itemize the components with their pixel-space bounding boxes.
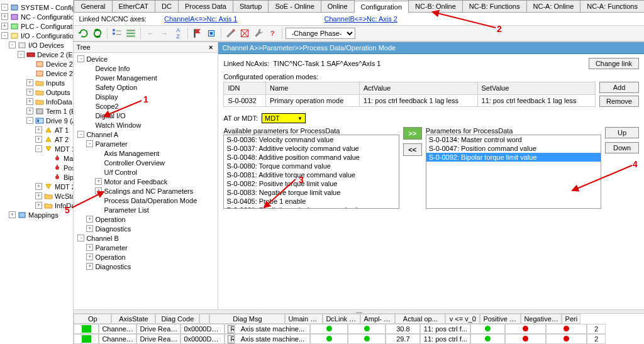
tree-item[interactable]: +PLC - Configuration <box>0 21 73 31</box>
list-item[interactable]: S-0-0036: Velocity command value <box>224 135 398 144</box>
chip-icon[interactable] <box>205 27 218 40</box>
expand-icon[interactable]: - <box>26 117 33 124</box>
expand-icon[interactable]: + <box>35 126 42 133</box>
tab-nc-b-functions[interactable]: NC-B: Functions <box>462 0 527 12</box>
tab-nc-b-online[interactable]: NC-B: Online <box>408 0 463 12</box>
config-tree-item[interactable]: Device Info <box>75 64 216 73</box>
tab-startup[interactable]: Startup <box>233 0 269 12</box>
expand-icon[interactable]: + <box>95 178 102 185</box>
expand-icon[interactable] <box>95 150 102 157</box>
config-tree-item[interactable]: Safety Option <box>75 82 216 92</box>
tab-dc[interactable]: DC <box>155 0 179 12</box>
tree-item[interactable]: Device 2-Image-Info <box>0 69 73 78</box>
tree-item[interactable]: Position command value <box>0 163 73 172</box>
expand-icon[interactable]: + <box>26 98 33 105</box>
config-tree-item[interactable]: -Parameter <box>75 139 216 148</box>
available-parameters-list[interactable]: S-0-0036: Velocity command valueS-0-0037… <box>223 135 399 209</box>
add-button[interactable]: Add <box>599 82 639 93</box>
tab-process-data[interactable]: Process Data <box>178 0 233 12</box>
chosen-parameters-list[interactable]: S-0-0134: Master control wordS-0-0047: P… <box>426 135 601 209</box>
config-tree-item[interactable]: +Motor and Feedback <box>75 177 216 186</box>
tab-nc-a-online[interactable]: NC-A: Online <box>526 0 581 12</box>
tree-item[interactable]: +WcState <box>0 191 73 201</box>
expand-icon[interactable] <box>95 169 102 175</box>
tree-item[interactable]: -SYSTEM - Configuration <box>0 3 73 12</box>
expand-icon[interactable]: - <box>77 131 84 138</box>
expand-icon[interactable] <box>86 74 93 81</box>
tab-ethercat[interactable]: EtherCAT <box>112 0 155 12</box>
expand-icon[interactable] <box>86 112 93 119</box>
list-view-icon[interactable] <box>125 27 137 40</box>
tree-item[interactable]: -MDT 1 <box>0 144 73 153</box>
expand-icon[interactable]: - <box>9 42 16 48</box>
config-tree-item[interactable]: Parameter List <box>75 205 216 214</box>
expand-icon[interactable] <box>44 164 51 171</box>
wrench-icon[interactable] <box>252 27 265 40</box>
config-tree-item[interactable]: Scope2 <box>75 101 216 111</box>
config-tree-item[interactable]: +Scalings and NC Parameters <box>75 186 216 196</box>
config-tree-item[interactable]: Display <box>75 92 216 101</box>
tree-item[interactable]: +Inputs <box>0 78 73 87</box>
tree-item[interactable]: +InfoData <box>0 97 73 106</box>
tab-general[interactable]: General <box>74 0 112 12</box>
expand-icon[interactable]: + <box>86 253 93 260</box>
expand-icon[interactable]: - <box>18 51 25 58</box>
list-item[interactable]: S-0-0082: Positive torque limit value <box>224 179 398 188</box>
back-icon[interactable]: ← <box>144 27 157 40</box>
expand-icon[interactable]: + <box>1 13 8 20</box>
tree-item[interactable]: Master control word <box>0 153 73 163</box>
list-item[interactable]: S-0-0080: Torque command value <box>224 162 398 170</box>
expand-icon[interactable] <box>86 103 93 109</box>
tree-item[interactable]: Device 2-Image <box>0 59 73 69</box>
refresh-icon[interactable] <box>77 27 90 40</box>
link-channel-b[interactable]: ChannelB<=>Nc: Axis 2 <box>324 15 397 23</box>
tab-configuration[interactable]: Configuration <box>354 1 409 13</box>
add-param-button[interactable]: >> <box>403 127 422 140</box>
config-tree-item[interactable]: Power Management <box>75 73 216 82</box>
config-tree-item[interactable]: +Operation <box>75 214 216 224</box>
config-tree-item[interactable]: U/f Control <box>75 167 216 177</box>
config-tree-item[interactable]: +Parameter <box>75 243 216 252</box>
config-tree-item[interactable]: -Channel A <box>75 130 216 139</box>
expand-icon[interactable]: + <box>35 192 42 199</box>
expand-icon[interactable]: + <box>86 263 93 270</box>
expand-icon[interactable] <box>44 155 51 162</box>
config-tree-item[interactable]: Process Data/Operation Mode <box>75 196 216 205</box>
config-tree-item[interactable]: -Channel B <box>75 233 216 243</box>
expand-icon[interactable] <box>26 70 33 77</box>
expand-icon[interactable]: + <box>26 89 33 96</box>
expand-icon[interactable]: - <box>86 140 93 147</box>
config-tree-item[interactable]: Axis Management <box>75 148 216 158</box>
tree-item[interactable]: +Term 1 (EK1100) <box>0 106 73 116</box>
tree-item[interactable]: -Drive 9 (AX5203-0000-0203) <box>0 116 73 125</box>
list-item[interactable]: S-0-0405: Probe 1 enable <box>224 197 398 206</box>
list-item[interactable]: S-0-0134: Master control word <box>426 135 601 144</box>
up-button[interactable]: Up <box>605 127 639 138</box>
tool1-icon[interactable] <box>225 27 237 40</box>
expand-icon[interactable]: - <box>77 235 84 241</box>
expand-icon[interactable]: + <box>26 79 33 86</box>
list-item[interactable]: S-0-0081: Additive torque command value <box>224 170 398 179</box>
remove-param-button[interactable]: << <box>403 143 422 156</box>
phase-select[interactable]: -Change Phase- <box>286 28 355 39</box>
reset-button[interactable]: R <box>228 335 235 343</box>
tree-view-icon[interactable] <box>111 27 123 40</box>
tab-online[interactable]: Online <box>321 0 355 12</box>
list-item[interactable]: S-0-0092: Bipolar torque limit value <box>426 153 601 162</box>
expand-icon[interactable] <box>95 197 102 204</box>
expand-icon[interactable]: + <box>35 183 42 190</box>
config-tree-item[interactable]: -Device <box>75 54 216 64</box>
expand-icon[interactable] <box>95 159 102 166</box>
tree-item[interactable]: -Device 2 (EtherCAT) <box>0 50 73 59</box>
expand-icon[interactable]: + <box>35 202 42 209</box>
config-tree-item[interactable]: Watch Window <box>75 120 216 130</box>
tree-item[interactable]: +AT 1 <box>0 125 73 135</box>
expand-icon[interactable]: + <box>26 108 33 114</box>
expand-icon[interactable]: - <box>77 55 84 62</box>
config-tree-item[interactable]: Controller Overview <box>75 158 216 167</box>
link-channel-a[interactable]: ChannelA<=>Nc: Axis 1 <box>164 15 238 23</box>
expand-icon[interactable] <box>86 84 93 91</box>
sort-az-icon[interactable]: AZ <box>172 27 184 40</box>
list-item[interactable]: S-0-0083: Negative torque limit value <box>224 188 398 197</box>
expand-icon[interactable] <box>95 206 102 213</box>
